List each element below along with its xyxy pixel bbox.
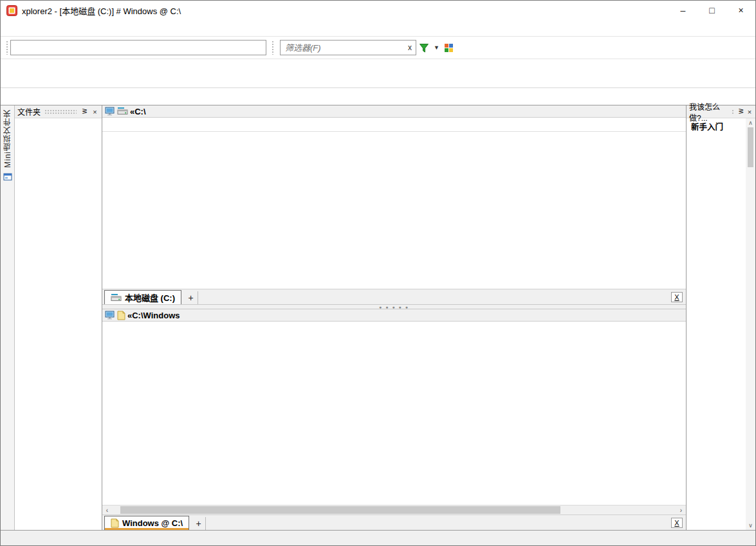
pane-splitter[interactable]: ● ● ● ● ● [102,304,686,309]
toolbar-grip[interactable] [6,41,9,55]
scroll-down-icon[interactable]: ∨ [748,521,753,530]
drive-icon [111,293,122,302]
folder-grid [102,322,686,505]
horizontal-scrollbar: ‹ › [102,505,686,514]
funnel-dropdown-icon[interactable]: ▼ [434,44,439,51]
computer-icon [105,311,115,320]
color-grid-icon[interactable] [444,43,454,53]
address-bar[interactable] [10,40,266,55]
bottom-pane-path: «C:\Windows [127,311,180,320]
drive-bar [1,88,755,105]
file-list [102,132,686,289]
filter-funnel-icon[interactable] [419,43,429,53]
pin-icon[interactable]: ᕒ [738,107,744,116]
scrollbar-thumb[interactable] [748,127,753,167]
close-icon[interactable]: × [746,108,753,116]
close-pane-button[interactable]: X [671,518,683,528]
folder-icon [117,311,125,320]
drive-icon [117,107,128,116]
menu-bar [1,20,755,36]
main-area: Mini虚拟文件夹 文件夹 ᕒ × «C:\ [1,105,755,530]
app-icon [6,5,17,16]
vertical-scrollbar: ∧ ∨ [746,118,755,530]
center-panes: «C:\ 本地磁盘 (C:) + X ● ● ● ● ● [102,105,687,530]
folders-panel-title: 文件夹 [17,106,41,117]
help-content: 新手入门 [687,118,746,530]
top-pane: «C:\ 本地磁盘 (C:) + X [102,105,686,304]
column-headers [102,118,686,132]
close-pane-button[interactable]: X [671,292,683,302]
help-panel: 我该怎么做?... ᕒ × 新手入门 ∧ ∨ [687,105,755,530]
minimize-button[interactable]: – [668,1,697,20]
close-icon[interactable]: × [91,108,99,116]
bottom-pane-header[interactable]: «C:\Windows [102,309,686,322]
scroll-up-icon[interactable]: ∧ [748,118,753,127]
scroll-left-icon[interactable]: ‹ [102,507,112,514]
xplorer2-window: xplorer2 - [本地磁盘 (C:)] # Windows @ C:\ –… [0,0,756,546]
filter-box: x [280,40,416,55]
address-row: x ▼ [1,36,755,59]
help-heading: 新手入门 [691,122,744,133]
status-bar [1,530,755,545]
toolbar-grip[interactable] [272,41,275,55]
tab-label: 本地磁盘 (C:) [125,291,175,304]
window-controls: – □ × [668,1,755,20]
folders-panel: 文件夹 ᕒ × [15,105,102,530]
clear-filter-button[interactable]: x [404,43,416,52]
top-tab-bar: 本地磁盘 (C:) + X [102,289,686,304]
help-panel-header: 我该怎么做?... ᕒ × [687,105,755,118]
bottom-tab-bar: Windows @ C:\ + X [102,514,686,530]
new-tab-button[interactable]: + [192,517,206,530]
panel-grip[interactable] [732,109,734,114]
mini-virtual-folders-tab[interactable]: Mini虚拟文件夹 [1,105,15,530]
mini-virtual-folders-label: Mini虚拟文件夹 [2,109,13,168]
panel-grip[interactable] [44,109,77,114]
window-title: xplorer2 - [本地磁盘 (C:)] # Windows @ C:\ [22,5,181,17]
help-body: 新手入门 ∧ ∨ [687,118,755,530]
mini-virtual-folders-icon [3,173,12,181]
scrollbar-track[interactable] [112,505,676,514]
filter-input[interactable] [281,43,404,53]
scroll-right-icon[interactable]: › [676,507,686,514]
tab-windows-c[interactable]: Windows @ C:\ [104,516,189,530]
title-bar: xplorer2 - [本地磁盘 (C:)] # Windows @ C:\ –… [1,1,755,20]
tab-label: Windows @ C:\ [122,518,183,528]
bottom-pane: «C:\Windows ‹ › Windows @ C:\ + X [102,309,686,530]
folder-tree [15,118,102,120]
top-pane-header[interactable]: «C:\ [102,105,686,118]
top-pane-path: «C:\ [130,107,146,116]
tab-local-disk-c[interactable]: 本地磁盘 (C:) [104,290,181,304]
scrollbar-thumb[interactable] [120,506,560,514]
folders-panel-header: 文件夹 ᕒ × [15,105,102,118]
new-tab-button[interactable]: + [184,291,198,304]
computer-icon [105,107,115,116]
main-toolbar [1,59,755,88]
folder-icon [111,518,119,528]
close-button[interactable]: × [726,1,755,20]
pin-icon[interactable]: ᕒ [80,107,89,116]
maximize-button[interactable]: □ [697,1,726,20]
